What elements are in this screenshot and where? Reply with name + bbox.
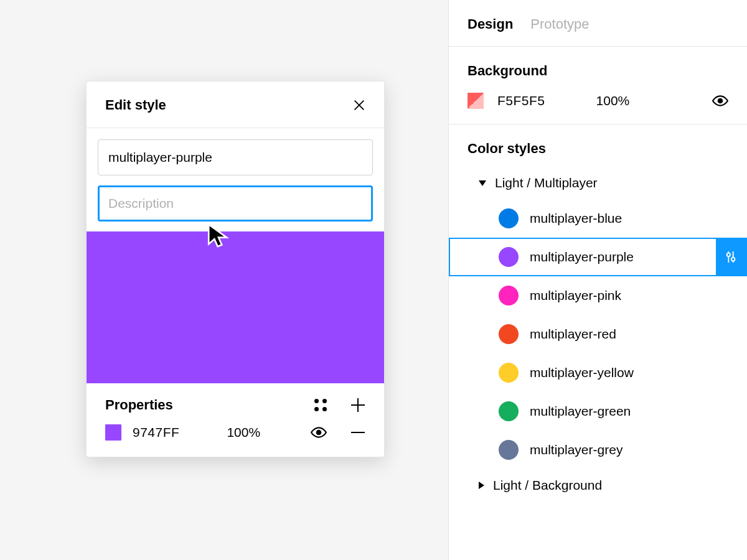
background-section: Background F5F5F5 100% [449,47,747,124]
plus-icon [351,398,365,412]
color-swatch [499,247,519,267]
properties-header: Properties [105,397,365,413]
color-style-item[interactable]: multiplayer-yellow [449,353,747,392]
eye-icon[interactable] [712,93,728,109]
color-swatch [499,324,519,344]
background-row[interactable]: F5F5F5 100% [467,93,728,109]
design-panel: Design Prototype Background F5F5F5 100% … [448,0,747,560]
style-options-button[interactable] [313,398,328,413]
color-style-label: multiplayer-blue [530,211,622,226]
adjust-style-button[interactable] [716,239,746,275]
color-style-item[interactable]: multiplayer-green [449,392,747,431]
property-opacity[interactable]: 100% [227,425,260,440]
remove-property-button[interactable] [350,425,365,440]
style-group-name: Light / Multiplayer [495,175,598,190]
modal-title: Edit style [105,97,166,113]
svg-point-2 [727,253,731,257]
modal-header: Edit style [87,82,384,128]
chevron-down-icon [479,180,486,186]
color-swatch [499,208,519,228]
add-property-button[interactable] [350,398,365,413]
tab-prototype[interactable]: Prototype [530,16,589,32]
background-heading: Background [467,63,728,79]
color-styles-heading: Color styles [467,141,728,157]
color-style-label: multiplayer-yellow [530,365,634,380]
color-swatch [499,401,519,421]
close-button[interactable] [350,96,368,114]
grid-icon [314,399,327,411]
style-list: multiplayer-blue multiplayer-purple mult… [467,199,728,469]
color-style-label: multiplayer-purple [530,250,634,264]
background-hex[interactable]: F5F5F5 [497,93,545,108]
style-name-input[interactable] [98,139,373,175]
color-styles-section: Color styles Light / Multiplayer multipl… [449,124,747,516]
modal-body [87,128,384,383]
properties-heading: Properties [105,397,173,413]
color-style-label: multiplayer-pink [530,288,621,303]
background-opacity[interactable]: 100% [596,93,630,108]
color-style-item[interactable]: multiplayer-red [449,315,747,353]
color-style-item[interactable]: multiplayer-purple [449,238,747,276]
color-style-item[interactable]: multiplayer-blue [449,199,747,238]
color-swatch [499,286,519,306]
edit-style-modal: Edit style Properties 9747FF 100% [86,81,385,457]
chevron-right-icon [479,482,484,489]
minus-icon [351,432,365,433]
background-swatch[interactable] [467,93,484,109]
color-style-item[interactable]: multiplayer-grey [449,431,747,469]
property-swatch[interactable] [105,424,121,441]
color-property-row[interactable]: 9747FF 100% [105,424,365,441]
properties-section: Properties 9747FF 100% [87,383,384,457]
svg-point-7 [317,431,321,435]
svg-point-4 [731,258,735,261]
style-description-input[interactable] [98,185,373,222]
tab-design[interactable]: Design [467,16,513,32]
svg-point-0 [718,99,723,103]
color-style-item[interactable]: multiplayer-pink [449,276,747,315]
color-swatch [499,363,519,383]
color-style-label: multiplayer-grey [530,442,622,457]
style-group-name: Light / Background [493,478,602,493]
color-swatch [499,440,519,460]
color-style-label: multiplayer-red [530,327,616,342]
eye-icon[interactable] [311,424,327,441]
style-group-header[interactable]: Light / Multiplayer [467,167,728,199]
color-preview[interactable] [87,231,384,383]
color-style-label: multiplayer-green [530,404,631,419]
property-hex[interactable]: 9747FF [133,425,179,440]
panel-tabs: Design Prototype [449,0,747,47]
style-group-header[interactable]: Light / Background [467,469,728,502]
